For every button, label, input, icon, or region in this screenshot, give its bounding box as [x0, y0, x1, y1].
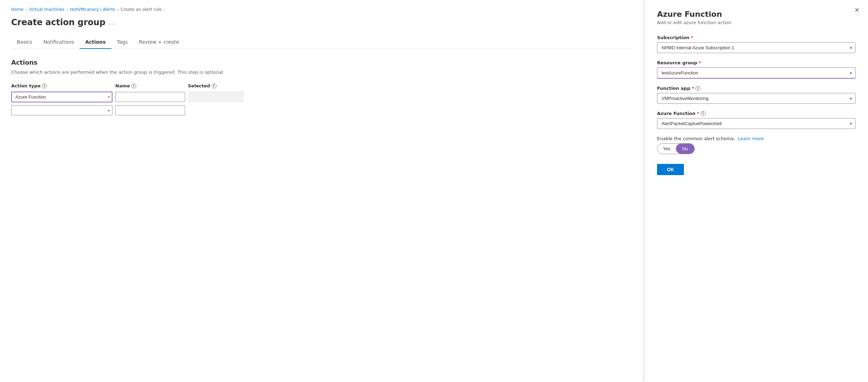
- table-header-row: Action type i Name i Selected i: [11, 83, 633, 88]
- resource-group-select[interactable]: testAzureFunction: [657, 67, 855, 79]
- toggle-no-button[interactable]: No: [676, 144, 694, 154]
- tab-actions[interactable]: Actions: [80, 36, 111, 49]
- subscription-select-container: NPMD Internal Azure Subscription 1 ▾: [657, 42, 855, 53]
- breadcrumb-home[interactable]: Home: [11, 7, 23, 12]
- action-type-select-1[interactable]: Azure Function Automation Runbook Email …: [11, 92, 112, 102]
- breadcrumb-create-rule: Create an alert rule: [121, 7, 161, 12]
- ellipsis-button[interactable]: ...: [109, 19, 116, 26]
- breadcrumb-sep-4: ›: [164, 8, 165, 12]
- page-title-container: Create action group ...: [11, 17, 633, 27]
- tab-review-create[interactable]: Review + create: [133, 36, 185, 49]
- name-input-1[interactable]: [115, 92, 185, 102]
- subscription-select[interactable]: NPMD Internal Azure Subscription 1: [657, 42, 855, 53]
- function-app-group: Function app * i VMProactiveMonitoring ▾: [657, 86, 855, 104]
- subscription-group: Subscription * NPMD Internal Azure Subsc…: [657, 35, 855, 53]
- actions-section-title: Actions: [11, 59, 633, 66]
- enable-schema-group: Enable the common alert schema. Learn mo…: [657, 136, 855, 154]
- toggle-group: Yes No: [657, 143, 695, 154]
- function-app-info-icon[interactable]: i: [695, 86, 700, 91]
- right-panel: ✕ Azure Function Add or edit azure funct…: [644, 0, 868, 382]
- azure-function-group: Azure Function * i AlertPacketCaptuePowe…: [657, 111, 855, 129]
- azure-function-label: Azure Function * i: [657, 111, 855, 116]
- col-header-name: Name i: [115, 83, 185, 88]
- subscription-label: Subscription *: [657, 35, 855, 40]
- table-row-1: Azure Function Automation Runbook Email …: [11, 91, 633, 102]
- breadcrumb-alerts[interactable]: testVMcanary | Alerts: [70, 7, 115, 12]
- azure-function-info-icon[interactable]: i: [701, 111, 706, 116]
- function-app-select-container: VMProactiveMonitoring ▾: [657, 93, 855, 104]
- action-type-select-2[interactable]: Azure Function Automation Runbook: [11, 105, 112, 115]
- tab-notifications[interactable]: Notifications: [38, 36, 80, 49]
- action-type-select-wrapper-2: Azure Function Automation Runbook ▾: [11, 105, 112, 115]
- resource-group-required: *: [699, 60, 701, 65]
- resource-group-label: Resource group *: [657, 60, 855, 65]
- close-button[interactable]: ✕: [854, 7, 860, 13]
- tab-bar: Basics Notifications Actions Tags Review…: [11, 36, 633, 49]
- tab-basics[interactable]: Basics: [11, 36, 38, 49]
- panel-title: Azure Function: [657, 10, 855, 19]
- col-header-selected: Selected i: [188, 83, 244, 88]
- breadcrumb-vms[interactable]: Virtual machines: [29, 7, 64, 12]
- left-panel: Home › Virtual machines › testVMcanary |…: [0, 0, 644, 382]
- name-info-icon[interactable]: i: [131, 84, 136, 88]
- azure-function-select[interactable]: AlertPacketCaptuePowershell: [657, 118, 855, 129]
- actions-section-description: Choose which actions are performed when …: [11, 70, 633, 75]
- table-row-2: Azure Function Automation Runbook ▾: [11, 105, 633, 115]
- tab-tags[interactable]: Tags: [111, 36, 133, 49]
- learn-more-link[interactable]: Learn more: [738, 136, 764, 141]
- breadcrumb-sep-1: ›: [25, 8, 27, 12]
- function-app-required: *: [692, 86, 694, 91]
- selected-info-icon[interactable]: i: [212, 84, 217, 88]
- azure-function-select-container: AlertPacketCaptuePowershell ▾: [657, 118, 855, 129]
- name-input-2[interactable]: [115, 105, 185, 115]
- resource-group-select-container: testAzureFunction ▾: [657, 67, 855, 79]
- toggle-yes-button[interactable]: Yes: [657, 144, 676, 153]
- page-title: Create action group: [11, 17, 105, 27]
- action-type-info-icon[interactable]: i: [42, 84, 47, 88]
- resource-group-group: Resource group * testAzureFunction ▾: [657, 60, 855, 79]
- breadcrumb: Home › Virtual machines › testVMcanary |…: [11, 7, 633, 12]
- breadcrumb-sep-2: ›: [66, 8, 68, 12]
- function-app-label: Function app * i: [657, 86, 855, 91]
- enable-schema-row: Enable the common alert schema. Learn mo…: [657, 136, 855, 141]
- enable-schema-label: Enable the common alert schema.: [657, 136, 735, 141]
- function-app-select[interactable]: VMProactiveMonitoring: [657, 93, 855, 104]
- panel-subtitle: Add or edit azure function action: [657, 20, 855, 25]
- actions-section: Actions Choose which actions are perform…: [11, 59, 633, 115]
- selected-cell-1: [188, 91, 244, 102]
- azure-function-required: *: [697, 111, 699, 116]
- col-header-action-type: Action type i: [11, 83, 112, 88]
- action-type-select-wrapper-1: Azure Function Automation Runbook Email …: [11, 92, 112, 102]
- subscription-required: *: [691, 35, 693, 40]
- ok-button[interactable]: OK: [657, 164, 684, 175]
- breadcrumb-sep-3: ›: [117, 8, 118, 12]
